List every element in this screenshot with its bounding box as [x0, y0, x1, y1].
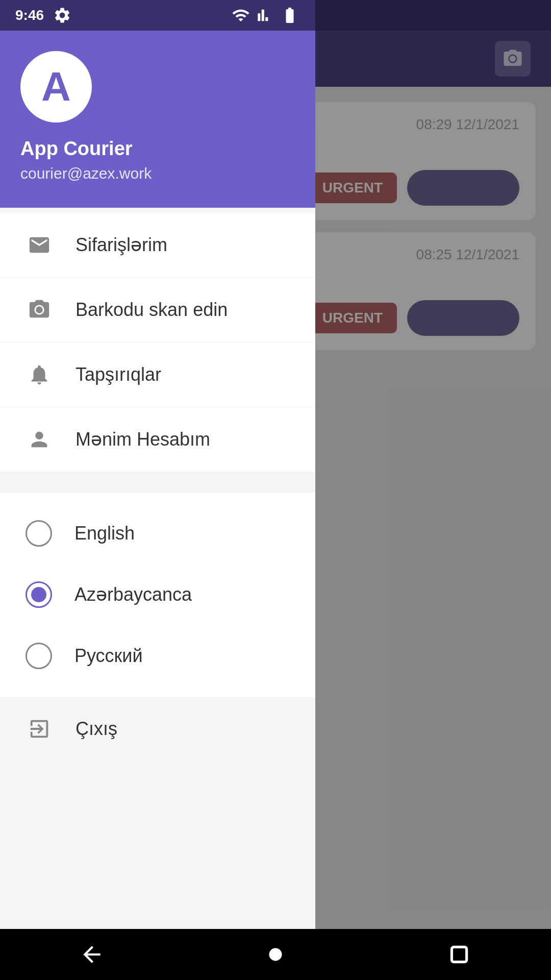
logout-icon [26, 715, 53, 743]
sidebar-item-tasks[interactable]: Tapşırıqlar [0, 342, 315, 407]
sidebar-item-orders[interactable]: Sifarişlərim [0, 213, 315, 278]
radio-russian [26, 643, 52, 669]
radio-english [26, 520, 52, 547]
camera-scan-icon [26, 296, 53, 324]
drawer-menu: Sifarişlərim Barkodu skan edin Tapşırıql… [0, 208, 315, 980]
back-button[interactable] [77, 939, 107, 970]
bell-icon [26, 361, 53, 388]
avatar: A [20, 51, 92, 122]
person-icon [26, 426, 53, 453]
user-email: courier@azex.work [20, 165, 152, 182]
account-label: Mənim Hesabım [76, 429, 210, 450]
drawer-header: A App Courier courier@azex.work [0, 31, 315, 208]
recent-button[interactable] [444, 939, 474, 970]
sidebar-item-logout[interactable]: Çıxış [0, 697, 315, 761]
mail-icon [26, 231, 53, 259]
language-section: English Azərbaycanca Русский [0, 493, 315, 697]
language-item-english[interactable]: English [0, 503, 315, 564]
sidebar-item-account[interactable]: Mənim Hesabım [0, 407, 315, 472]
bottom-nav [0, 929, 551, 980]
language-item-azerbaijani[interactable]: Azərbaycanca [0, 564, 315, 625]
svg-rect-1 [452, 947, 466, 962]
time-display: 9:46 [15, 7, 44, 23]
language-item-russian[interactable]: Русский [0, 625, 315, 687]
status-right-icons [232, 6, 300, 24]
status-bar: 9:46 [0, 0, 315, 31]
svg-point-0 [269, 948, 282, 961]
radio-azerbaijani [26, 581, 52, 608]
english-label: English [74, 523, 135, 544]
russian-label: Русский [74, 645, 143, 667]
logout-label: Çıxış [76, 718, 117, 740]
home-button[interactable] [260, 939, 291, 970]
sidebar-item-scan[interactable]: Barkodu skan edin [0, 278, 315, 342]
radio-inner-azerbaijani [31, 587, 46, 602]
tasks-label: Tapşırıqlar [76, 364, 161, 385]
navigation-drawer: 9:46 A App Courier [0, 0, 315, 980]
menu-spacer [0, 472, 315, 493]
user-name: App Courier [20, 138, 133, 160]
scan-label: Barkodu skan edin [76, 299, 228, 321]
gear-icon [53, 6, 71, 24]
orders-label: Sifarişlərim [76, 234, 167, 256]
avatar-letter: A [41, 63, 71, 110]
azerbaijani-label: Azərbaycanca [74, 584, 192, 605]
